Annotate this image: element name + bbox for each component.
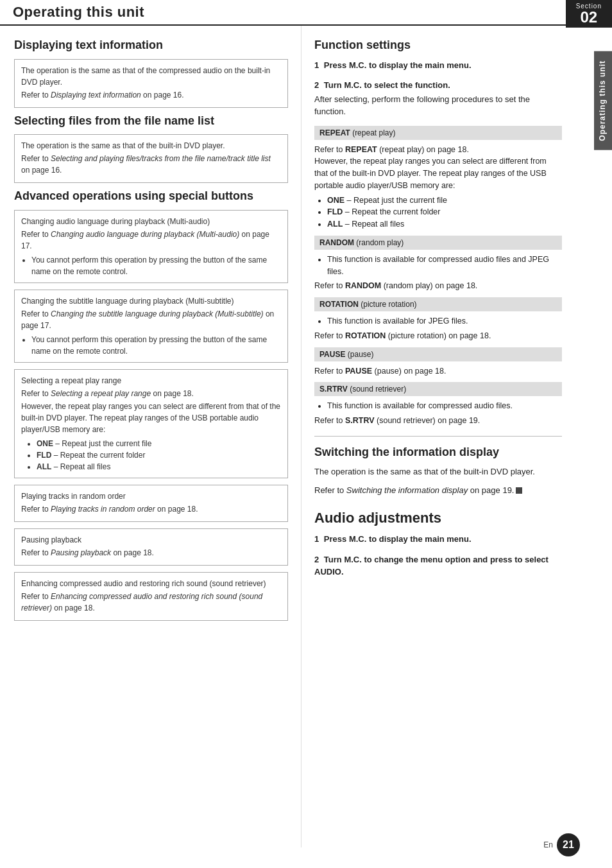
heading-switching-info: Switching the information display — [314, 446, 562, 460]
label-bar-random: RANDOM (random play) — [314, 236, 562, 250]
info-box-adv-1: Changing audio language during playback … — [14, 210, 288, 283]
side-tab: Operating this unit — [594, 51, 612, 150]
info-box-displaying-text: The operation is the same as that of the… — [14, 59, 288, 108]
step-1-audio: 1 Press M.C. to display the main menu. — [314, 533, 562, 546]
info-box-adv-2: Changing the subtitle language during pl… — [14, 290, 288, 363]
heading-function-settings: Function settings — [314, 39, 562, 53]
info-box-adv-6: Enhancing compressed audio and restoring… — [14, 572, 288, 621]
page-title: Operating this unit — [13, 4, 144, 21]
section-number: 02 — [580, 10, 597, 25]
main-content: Displaying text information The operatio… — [0, 26, 612, 847]
step-2-function: 2 Turn M.C. to select the function. Afte… — [314, 79, 562, 118]
heading-audio-adjustments: Audio adjustments — [314, 510, 562, 526]
info-box-adv-4: Playing tracks in random order Refer to … — [14, 485, 288, 522]
section-switching-info: Switching the information display The op… — [314, 446, 562, 497]
switching-info-para: The operation is the same as that of the… — [314, 465, 562, 478]
left-column: Displaying text information The operatio… — [0, 26, 302, 847]
section-audio-adjustments: Audio adjustments 1 Press M.C. to displa… — [314, 510, 562, 578]
pause-content: Refer to PAUSE (pause) on page 18. — [314, 365, 562, 378]
label-bar-pause: PAUSE (pause) — [314, 347, 562, 361]
section-badge: Section 02 — [566, 0, 612, 28]
heading-displaying-text: Displaying text information — [14, 39, 288, 53]
page-number: 21 — [557, 833, 580, 856]
square-icon — [516, 487, 522, 494]
info-box-selecting-files: The operation is the same as that of the… — [14, 134, 288, 183]
step-1-function: 1 Press M.C. to display the main menu. — [314, 59, 562, 72]
repeat-content: Refer to REPEAT (repeat play) on page 18… — [314, 144, 562, 230]
heading-selecting-files: Selecting files from the file name list — [14, 114, 288, 128]
info-box-adv-5: Pausing playback Refer to Pausing playba… — [14, 528, 288, 566]
en-label: En — [543, 840, 553, 849]
random-content: This function is available for compresse… — [314, 254, 562, 292]
step-2-audio: 2 Turn M.C. to change the menu option an… — [314, 553, 562, 578]
section-advanced-operations: Advanced operations using special button… — [14, 189, 288, 621]
footer: En 21 — [543, 833, 580, 856]
srtrv-content: This function is available for compresse… — [314, 400, 562, 427]
label-bar-srtrv: S.RTRV (sound retriever) — [314, 382, 562, 396]
divider-1 — [314, 436, 562, 437]
section-function-settings: Function settings 1 Press M.C. to displa… — [314, 39, 562, 427]
right-column: Function settings 1 Press M.C. to displa… — [302, 26, 594, 847]
header-bar: Operating this unit Section 02 — [0, 0, 612, 26]
rotation-content: This function is available for JPEG file… — [314, 315, 562, 342]
heading-advanced-operations: Advanced operations using special button… — [14, 189, 288, 204]
label-bar-repeat: REPEAT (repeat play) — [314, 126, 562, 140]
label-bar-rotation: ROTATION (picture rotation) — [314, 297, 562, 311]
section-selecting-files: Selecting files from the file name list … — [14, 114, 288, 184]
switching-info-refer: Refer to Switching the information displ… — [314, 484, 562, 497]
section-displaying-text: Displaying text information The operatio… — [14, 39, 288, 108]
info-box-adv-3: Selecting a repeat play range Refer to S… — [14, 369, 288, 478]
